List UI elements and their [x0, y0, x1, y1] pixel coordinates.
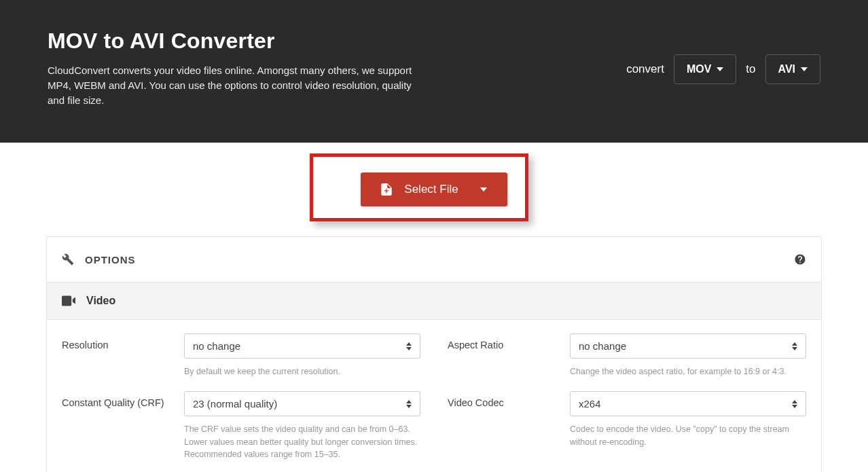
- chevron-down-icon: [717, 67, 723, 71]
- resolution-select[interactable]: no change: [184, 333, 420, 359]
- select-file-label: Select File: [404, 183, 458, 196]
- page-title: MOV to AVI Converter: [48, 29, 428, 54]
- select-file-area: Select File: [0, 143, 868, 236]
- codec-helper: Codec to encode the video. Use "copy" to…: [570, 423, 806, 448]
- video-section-header: Video: [47, 283, 821, 320]
- select-caret-icon: [792, 342, 797, 350]
- page-description: CloudConvert converts your video files o…: [48, 63, 428, 107]
- aspect-ratio-value: no change: [579, 340, 626, 352]
- to-format-button[interactable]: AVI: [765, 54, 820, 84]
- crf-select[interactable]: 23 (normal quality): [184, 391, 420, 416]
- video-section-title: Video: [86, 295, 115, 307]
- select-file-button[interactable]: Select File: [361, 173, 507, 206]
- codec-label: Video Codec: [448, 391, 556, 460]
- to-format-value: AVI: [778, 63, 795, 75]
- resolution-helper: By default we keep the current resolutio…: [184, 365, 420, 378]
- aspect-ratio-helper: Change the video aspect ratio, for examp…: [570, 365, 806, 378]
- convert-label: convert: [626, 62, 664, 76]
- select-caret-icon: [406, 400, 412, 408]
- codec-value: x264: [579, 398, 601, 410]
- header: MOV to AVI Converter CloudConvert conver…: [0, 0, 868, 143]
- convert-selector: convert MOV to AVI: [626, 54, 820, 84]
- help-icon[interactable]: [794, 253, 806, 266]
- page: MOV to AVI Converter CloudConvert conver…: [0, 0, 868, 472]
- codec-select[interactable]: x264: [570, 391, 806, 416]
- resolution-value: no change: [193, 340, 240, 352]
- file-add-icon: [381, 183, 392, 196]
- select-caret-icon: [406, 342, 412, 350]
- crf-label: Constant Quality (CRF): [62, 391, 170, 460]
- from-format-button[interactable]: MOV: [674, 54, 736, 84]
- chevron-down-icon: [801, 67, 808, 71]
- aspect-ratio-select[interactable]: no change: [570, 333, 806, 359]
- options-header: OPTIONS: [47, 237, 821, 283]
- aspect-ratio-label: Aspect Ratio: [448, 333, 556, 378]
- options-card: OPTIONS Video Resolution no change: [46, 236, 822, 472]
- resolution-label: Resolution: [62, 333, 170, 378]
- to-label: to: [746, 62, 755, 76]
- options-row: Resolution no change By default we keep …: [47, 320, 821, 378]
- from-format-value: MOV: [687, 63, 711, 75]
- crf-field-group: Constant Quality (CRF) 23 (normal qualit…: [62, 391, 420, 460]
- resolution-field-group: Resolution no change By default we keep …: [62, 333, 420, 378]
- select-caret-icon: [792, 400, 797, 408]
- aspect-ratio-field-group: Aspect Ratio no change Change the video …: [448, 333, 806, 378]
- video-camera-icon: [62, 295, 75, 306]
- options-title: OPTIONS: [85, 254, 136, 266]
- wrench-icon: [62, 253, 74, 266]
- chevron-down-icon: [480, 187, 487, 192]
- options-row: Constant Quality (CRF) 23 (normal qualit…: [47, 378, 821, 472]
- codec-field-group: Video Codec x264 Codec to encode the vid…: [448, 391, 806, 460]
- crf-helper: The CRF value sets the video quality and…: [184, 423, 420, 460]
- header-left: MOV to AVI Converter CloudConvert conver…: [48, 29, 428, 107]
- main: Select File OPTIONS Video: [0, 143, 868, 472]
- crf-value: 23 (normal quality): [193, 398, 277, 410]
